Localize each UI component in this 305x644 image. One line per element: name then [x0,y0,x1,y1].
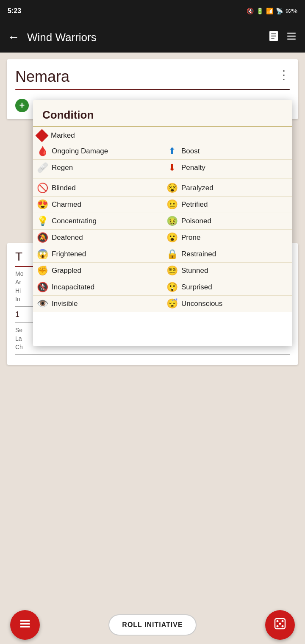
blinded-label: Blinded [52,184,76,192]
ongoing-damage-label: Ongoing Damage [52,147,108,155]
invisible-label: Invisible [52,300,78,308]
svg-rect-4 [287,33,296,34]
condition-marked[interactable]: Marked [33,128,292,143]
condition-dropdown: Condition Marked 🩸 Ongoing Damage ⬆ Boos… [33,100,292,346]
roll-initiative-label: ROLL INITIATIVE [122,621,183,628]
row-blinded-paralyzed: 🚫 Blinded 😵 Paralyzed [33,180,292,197]
condition-incapacitated[interactable]: 🚷 Incapacitated [33,279,163,295]
regen-icon: 🩹 [36,162,48,173]
row-regen-penalty: 🩹 Regen ⬇ Penalty [33,160,292,176]
frightened-icon: 😱 [36,249,48,260]
frightened-label: Frightened [52,250,86,258]
document-icon-button[interactable] [268,30,280,44]
condition-surprised[interactable]: 😲 Surprised [163,279,292,295]
left-fab-button[interactable] [10,610,40,640]
svg-point-14 [281,625,283,627]
condition-ongoing-damage[interactable]: 🩸 Ongoing Damage [33,143,163,159]
condition-blinded[interactable]: 🚫 Blinded [33,180,163,196]
svg-rect-7 [20,620,30,622]
row-grappled-stunned: ✊ Grappled 😵‍💫 Stunned [33,263,292,279]
condition-stunned[interactable]: 😵‍💫 Stunned [163,263,292,279]
stunned-label: Stunned [181,266,208,275]
wifi-icon: 📶 [266,8,273,14]
condition-deafened[interactable]: 🔕 Deafened [33,230,163,246]
surprised-label: Surprised [181,283,212,291]
right-fab-button[interactable] [265,610,295,640]
marked-label: Marked [51,131,75,140]
regen-label: Regen [52,164,73,172]
footer: ROLL INITIATIVE [0,606,305,644]
stunned-icon: 😵‍💫 [166,265,178,276]
battery-icon: 🔋 [256,8,263,14]
condition-invisible[interactable]: 👁️ Invisible [33,296,163,312]
concentrating-label: Concentrating [52,217,97,225]
nav-title: Wind Warriors [27,31,260,44]
restrained-label: Restrained [181,250,216,258]
grappled-label: Grappled [52,266,81,275]
invisible-icon: 👁️ [36,298,48,309]
character-name: Nemara [15,68,69,86]
penalty-label: Penalty [181,164,205,172]
row-invisible-unconscious: 👁️ Invisible 😴 Unconscious [33,296,292,312]
condition-poisoned[interactable]: 🤢 Poisoned [163,213,292,229]
row-frightened-restrained: 😱 Frightened 🔒 Restrained [33,246,292,263]
svg-rect-9 [20,626,30,627]
condition-prone[interactable]: 😮 Prone [163,230,292,246]
svg-point-11 [276,620,278,622]
menu-button[interactable] [286,30,297,44]
charmed-label: Charmed [52,200,81,209]
character-divider [15,89,290,90]
nav-icons [268,30,297,44]
condition-petrified[interactable]: 😐 Petrified [163,197,292,213]
condition-penalty[interactable]: ⬇ Penalty [163,160,292,176]
svg-rect-5 [287,36,296,37]
top-nav: ← Wind Warriors [0,22,305,53]
more-options-button[interactable]: ⋮ [278,68,290,82]
svg-point-15 [279,622,281,625]
svg-point-13 [276,625,278,627]
condition-boost[interactable]: ⬆ Boost [163,143,292,159]
condition-frightened[interactable]: 😱 Frightened [33,246,163,262]
condition-unconscious[interactable]: 😴 Unconscious [163,296,292,312]
add-icon: + [15,99,29,112]
deafened-label: Deafened [52,233,83,242]
condition-charmed[interactable]: 😍 Charmed [33,197,163,213]
concentrating-icon: 💡 [36,216,48,227]
grappled-icon: ✊ [36,265,48,276]
incapacitated-label: Incapacitated [52,283,94,291]
boost-icon: ⬆ [166,146,178,157]
ongoing-damage-icon: 🩸 [36,146,48,157]
signal-icon: 📡 [276,8,283,14]
deafened-icon: 🔕 [36,232,48,243]
penalty-icon: ⬇ [166,162,178,173]
row-ongoing-boost: 🩸 Ongoing Damage ⬆ Boost [33,143,292,160]
left-fab-icon [19,617,31,633]
main-content: Nemara ⋮ + Add Condition T Mo­ Ar­ Hi­ I… [0,53,305,644]
back-button[interactable]: ← [8,31,19,44]
row-incapacitated-surprised: 🚷 Incapacitated 😲 Surprised [33,279,292,296]
status-time: 5:23 [8,7,21,15]
unconscious-label: Unconscious [181,300,222,308]
roll-initiative-button[interactable]: ROLL INITIATIVE [108,614,196,636]
prone-label: Prone [181,233,200,242]
condition-concentrating[interactable]: 💡 Concentrating [33,213,163,229]
condition-grappled[interactable]: ✊ Grappled [33,263,163,279]
charmed-icon: 😍 [36,199,48,210]
condition-restrained[interactable]: 🔒 Restrained [163,246,292,262]
svg-rect-1 [271,33,276,34]
marked-icon [35,129,48,142]
right-fab-icon [274,617,286,633]
poisoned-label: Poisoned [181,217,211,225]
petrified-icon: 😐 [166,199,178,210]
condition-regen[interactable]: 🩹 Regen [33,160,163,176]
status-bar: 5:23 🔇 🔋 📶 📡 92% [0,0,305,22]
battery-percent: 92% [286,8,297,14]
svg-rect-8 [20,623,30,625]
character-header: Nemara ⋮ [15,68,290,86]
row-concentrating-poisoned: 💡 Concentrating 🤢 Poisoned [33,213,292,230]
paralyzed-icon: 😵 [166,183,178,194]
row-deafened-prone: 🔕 Deafened 😮 Prone [33,230,292,246]
poisoned-icon: 🤢 [166,216,178,227]
svg-rect-2 [271,36,276,36]
condition-paralyzed[interactable]: 😵 Paralyzed [163,180,292,196]
